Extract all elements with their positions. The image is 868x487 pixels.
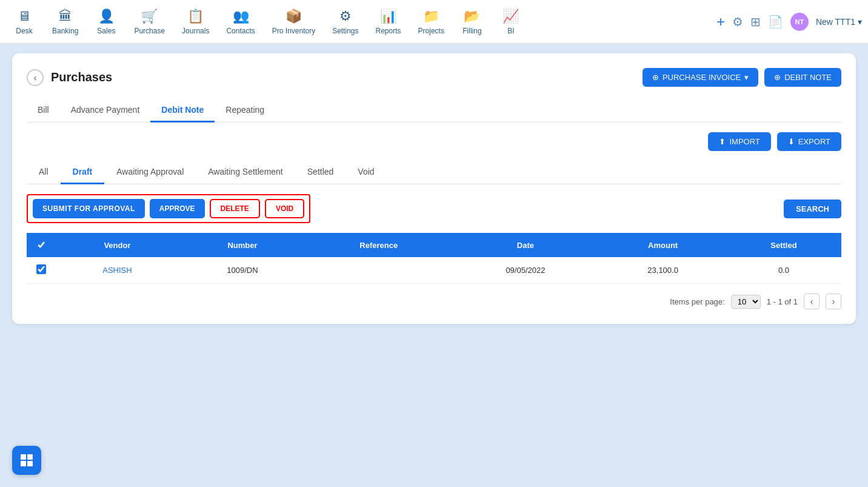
items-per-page-label: Items per page:: [670, 297, 724, 306]
page-header-left: ‹ Purchases: [27, 69, 112, 86]
void-button[interactable]: VOID: [265, 199, 304, 218]
delete-button[interactable]: DELETE: [210, 199, 260, 218]
data-table: Vendor Number Reference Date Amount Sett…: [27, 233, 841, 284]
submit-for-approval-button[interactable]: SUBMIT FOR APPROVAL: [33, 199, 145, 218]
page-range-label: 1 - 1 of 1: [767, 297, 798, 306]
import-icon: ⬆: [719, 137, 726, 146]
nav-label-contacts: Contacts: [226, 27, 255, 35]
tab-advance-payment[interactable]: Advance Payment: [60, 99, 151, 123]
table-header-amount: Amount: [599, 233, 726, 257]
pagination-row: Items per page: 10 25 50 1 - 1 of 1 ‹ ›: [27, 294, 841, 309]
nav-item-journals[interactable]: 📋 Journals: [175, 4, 216, 40]
avatar: NT: [790, 13, 809, 31]
tab-bill[interactable]: Bill: [27, 99, 60, 123]
tab-repeating[interactable]: Repeating: [215, 99, 275, 123]
bi-icon: 📈: [502, 8, 519, 24]
import-button[interactable]: ⬆ IMPORT: [708, 132, 770, 151]
sales-icon: 👤: [98, 8, 115, 24]
top-navigation: 🖥 Desk 🏛 Banking 👤 Sales 🛒 Purchase 📋 Jo…: [0, 0, 868, 44]
approve-button[interactable]: APPROVE: [150, 199, 205, 218]
document-icon[interactable]: 📄: [768, 15, 783, 29]
journals-icon: 📋: [187, 8, 204, 24]
contacts-icon: 👥: [233, 8, 249, 24]
status-tab-draft[interactable]: Draft: [61, 161, 105, 184]
table-row: ASHISH 1009/DN 09/05/2022 23,100.0 0.0: [27, 257, 841, 284]
settings-icon: ⚙: [339, 8, 352, 24]
user-menu-button[interactable]: New TTT1 ▾: [816, 17, 862, 27]
export-icon: ⬇: [788, 137, 795, 146]
search-button[interactable]: SEARCH: [784, 200, 841, 218]
nav-label-filling: Filling: [462, 27, 481, 35]
tab-debit-note[interactable]: Debit Note: [150, 99, 215, 123]
table-header-date: Date: [451, 233, 599, 257]
toolbar-actions: SUBMIT FOR APPROVAL APPROVE DELETE VOID: [27, 194, 310, 223]
purchase-icon: 🛒: [141, 8, 158, 24]
status-tab-all[interactable]: All: [27, 161, 61, 184]
select-all-checkbox[interactable]: [36, 240, 46, 250]
fab-button[interactable]: [12, 446, 41, 475]
desk-icon: 🖥: [18, 8, 31, 24]
nav-item-projects[interactable]: 📁 Projects: [411, 4, 452, 40]
page-header-right: ⊕ PURCHASE INVOICE ▾ ⊕ DEBIT NOTE: [643, 68, 841, 87]
add-button[interactable]: +: [716, 13, 725, 30]
back-button[interactable]: ‹: [27, 69, 44, 86]
nav-item-settings[interactable]: ⚙ Settings: [325, 4, 366, 40]
import-export-row: ⬆ IMPORT ⬇ EXPORT: [27, 132, 841, 151]
page-card: ‹ Purchases ⊕ PURCHASE INVOICE ▾ ⊕ DEBIT…: [12, 53, 856, 324]
chevron-down-icon: ▾: [858, 17, 862, 27]
user-label: New TTT1: [816, 17, 855, 27]
nav-right-section: + ⚙ ⊞ 📄 NT New TTT1 ▾: [716, 13, 862, 31]
export-button[interactable]: ⬇ EXPORT: [777, 132, 841, 151]
nav-label-journals: Journals: [182, 27, 209, 35]
table-header-number: Number: [179, 233, 306, 257]
banking-icon: 🏛: [59, 8, 72, 24]
row-reference: [306, 257, 451, 284]
row-date: 09/05/2022: [451, 257, 599, 284]
debit-note-button[interactable]: ⊕ DEBIT NOTE: [764, 68, 841, 87]
row-vendor: ASHISH: [56, 257, 179, 284]
pro-inventory-icon: 📦: [285, 8, 302, 24]
nav-item-filling[interactable]: 📂 Filling: [454, 4, 490, 40]
toolbar-row: SUBMIT FOR APPROVAL APPROVE DELETE VOID …: [27, 194, 841, 223]
nav-label-projects: Projects: [418, 27, 444, 35]
table-header-row: Vendor Number Reference Date Amount Sett…: [27, 233, 841, 257]
nav-item-sales[interactable]: 👤 Sales: [88, 4, 124, 40]
svg-rect-0: [21, 454, 26, 460]
status-tab-void[interactable]: Void: [346, 161, 386, 184]
nav-item-contacts[interactable]: 👥 Contacts: [219, 4, 262, 40]
row-amount: 23,100.0: [599, 257, 726, 284]
gear-icon[interactable]: ⚙: [732, 15, 743, 29]
purchase-invoice-button[interactable]: ⊕ PURCHASE INVOICE ▾: [643, 68, 758, 87]
nav-item-purchase[interactable]: 🛒 Purchase: [127, 4, 172, 40]
nav-label-sales: Sales: [97, 27, 115, 35]
grid-icon[interactable]: ⊞: [750, 15, 761, 29]
status-tab-settled[interactable]: Settled: [295, 161, 346, 184]
nav-label-pro-inventory: Pro Inventory: [272, 27, 315, 35]
nav-item-desk[interactable]: 🖥 Desk: [6, 4, 42, 40]
plus-circle-icon-2: ⊕: [774, 73, 781, 82]
reports-icon: 📊: [380, 8, 396, 24]
plus-circle-icon: ⊕: [652, 73, 659, 82]
nav-item-banking[interactable]: 🏛 Banking: [45, 4, 85, 40]
status-tab-awaiting-approval[interactable]: Awaiting Approval: [104, 161, 196, 184]
chevron-down-icon: ▾: [744, 73, 749, 82]
row-checkbox[interactable]: [36, 264, 46, 274]
next-page-button[interactable]: ›: [826, 294, 841, 309]
nav-label-banking: Banking: [52, 27, 78, 35]
prev-page-button[interactable]: ‹: [804, 294, 820, 309]
nav-item-pro-inventory[interactable]: 📦 Pro Inventory: [265, 4, 322, 40]
nav-label-purchase: Purchase: [134, 27, 165, 35]
items-per-page-select[interactable]: 10 25 50: [731, 295, 761, 309]
svg-rect-2: [21, 461, 26, 466]
vendor-link[interactable]: ASHISH: [102, 266, 132, 275]
status-tab-awaiting-settlement[interactable]: Awaiting Settlement: [196, 161, 295, 184]
nav-label-settings: Settings: [332, 27, 358, 35]
row-settled: 0.0: [726, 257, 841, 284]
svg-rect-3: [27, 461, 33, 466]
nav-item-bi[interactable]: 📈 BI: [493, 4, 529, 40]
tab-row: Bill Advance Payment Debit Note Repeatin…: [27, 99, 841, 123]
nav-item-reports[interactable]: 📊 Reports: [369, 4, 409, 40]
main-content: ‹ Purchases ⊕ PURCHASE INVOICE ▾ ⊕ DEBIT…: [0, 44, 868, 334]
nav-items-list: 🖥 Desk 🏛 Banking 👤 Sales 🛒 Purchase 📋 Jo…: [6, 4, 716, 40]
nav-label-reports: Reports: [376, 27, 401, 35]
